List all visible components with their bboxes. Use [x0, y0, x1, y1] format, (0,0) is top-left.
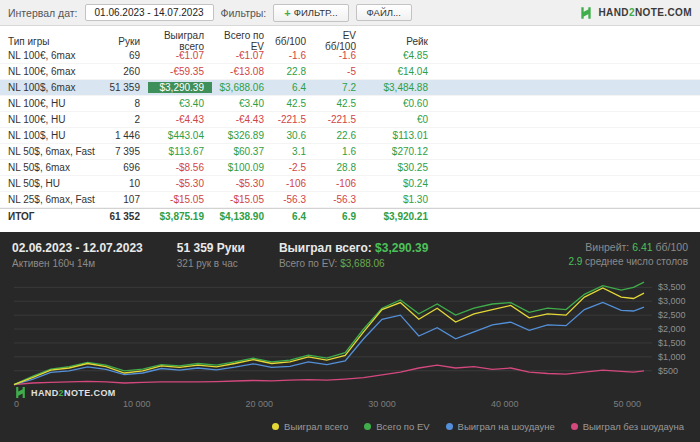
cell-game-type: NL 100€, HU	[8, 114, 104, 125]
cell-won: -€1.07	[148, 50, 212, 61]
x-axis-label: 50 000	[614, 399, 642, 409]
cell-bb100: -1.6	[272, 50, 314, 61]
cell-ev-bb100: -5	[314, 66, 364, 77]
cell-rake: $0.24	[364, 178, 436, 189]
summary-tables-label: среднее число столов	[585, 256, 688, 267]
table-row[interactable]: NL 50$, 6max, Fast7 395$113.67$60.373.11…	[0, 144, 700, 160]
cell-bb100: -56.3	[272, 194, 314, 205]
date-range-picker[interactable]: 01.06.2023 - 14.07.2023	[85, 4, 214, 21]
cell-game-type: NL 100$, HU	[8, 130, 104, 141]
table-row[interactable]: NL 100€, HU8€3.40€3.4042.542.5€0.60	[0, 96, 700, 112]
header-rake[interactable]: Рейк	[364, 36, 436, 47]
header-ev-total[interactable]: Всего по EV	[212, 30, 272, 52]
table-row[interactable]: NL 100€, 6max69-€1.07-€1.07-1.6-1.6€4.85	[0, 48, 700, 64]
legend-item[interactable]: Всего по EV	[364, 421, 429, 432]
legend-dot-icon	[446, 423, 453, 430]
graph-panel: 02.06.2023 - 12.07.2023 Активен 160ч 14м…	[0, 232, 700, 442]
cell-rake: $270.12	[364, 146, 436, 157]
cell-ev: €3.40	[212, 98, 272, 109]
x-axis-label: 0	[14, 399, 19, 409]
cell-bb100: 42.5	[272, 98, 314, 109]
cell-ev-bb100: -1.6	[314, 50, 364, 61]
y-axis-label: $500	[658, 366, 678, 376]
table-total-row[interactable]: ИТОГ61 352$3,875.19$4,138.906.46.9$3,920…	[0, 208, 700, 224]
cell-game-type: NL 100€, 6max	[8, 50, 104, 61]
x-axis-label: 10 000	[123, 399, 151, 409]
legend-label: Всего по EV	[376, 421, 429, 432]
summary-active-time: Активен 160ч 14м	[12, 258, 143, 269]
header-bb100[interactable]: бб/100	[272, 36, 314, 47]
cell-game-type: NL 100$, 6max	[8, 82, 104, 93]
cell-won: -€59.35	[148, 66, 212, 77]
cell-bb100: 30.6	[272, 130, 314, 141]
cell-hands: 7 395	[104, 146, 148, 157]
summary-won-value: $3,290.39	[375, 241, 428, 255]
table-row[interactable]: NL 100$, HU1 446$443.04$326.8930.622.6$1…	[0, 128, 700, 144]
table-header-row: Тип игры Руки Выиграл всего Всего по EV …	[0, 30, 700, 48]
cell-bb100: 3.1	[272, 146, 314, 157]
legend-item[interactable]: Выиграл всего	[272, 421, 348, 432]
cell-won: -$15.05	[148, 194, 212, 205]
summary-winrate-label: Винрейт:	[585, 241, 629, 253]
cell-rake: €14.04	[364, 66, 436, 77]
table-row[interactable]: NL 100€, HU2-€4.43-€4.43-221.5-221.5€0	[0, 112, 700, 128]
legend-dot-icon	[571, 423, 578, 430]
cell-won: -$8.56	[148, 162, 212, 173]
cell-hands: 107	[104, 194, 148, 205]
cell-ev: $60.37	[212, 146, 272, 157]
chart-brand-logo: HAND2NOTE.COM	[14, 386, 116, 399]
table-row[interactable]: NL 50$, 6max696-$8.56$100.09-2.528.8$30.…	[0, 160, 700, 176]
x-axis-label: 20 000	[246, 399, 274, 409]
summary-won-label: Выиграл всего:	[279, 241, 372, 255]
cell-won: -€4.43	[148, 114, 212, 125]
add-filter-button[interactable]: + ФИЛЬТР...	[273, 4, 348, 22]
legend-label: Выиграл всего	[284, 421, 348, 432]
cell-hands: 69	[104, 50, 148, 61]
cell-hands: 696	[104, 162, 148, 173]
cell-game-type: NL 100€, 6max	[8, 66, 104, 77]
summary-ev-row: Всего по EV: $3,688.06	[279, 258, 429, 269]
cell-bb100: 6.4	[272, 82, 314, 93]
cell-rake: $3,920.21	[364, 211, 436, 222]
summary-won-row: Выиграл всего: $3,290.39	[279, 241, 429, 255]
cell-ev: -$15.05	[212, 194, 272, 205]
cell-rake: €4.85	[364, 50, 436, 61]
x-axis-label: 40 000	[491, 399, 519, 409]
summary-hands-per-hour: 321 рук в час	[177, 258, 245, 269]
legend-item[interactable]: Выиграл без шоудауна	[571, 421, 684, 432]
cell-won: $113.67	[148, 146, 212, 157]
legend-item[interactable]: Выиграл на шоудауне	[446, 421, 555, 432]
cell-ev: $326.89	[212, 130, 272, 141]
hand2note-logo-icon	[14, 386, 27, 399]
cell-bb100: -106	[272, 178, 314, 189]
summary-winrate-value: 6.41	[632, 241, 652, 253]
summary-ev-label: Всего по EV:	[279, 258, 338, 269]
cell-bb100: 22.8	[272, 66, 314, 77]
table-row[interactable]: NL 100€, 6max260-€59.35-€13.0822.8-5€14.…	[0, 64, 700, 80]
file-button-label: ФАЙЛ...	[367, 7, 401, 18]
table-row[interactable]: NL 100$, 6max51 359$3,290.39$3,688.066.4…	[0, 80, 700, 96]
cell-game-type: NL 100€, HU	[8, 98, 104, 109]
header-won-total[interactable]: Выиграл всего	[148, 30, 212, 52]
table-row[interactable]: NL 25$, 6max, Fast107-$15.05-$15.05-56.3…	[0, 192, 700, 208]
header-game-type[interactable]: Тип игры	[8, 36, 104, 47]
header-ev-bb100[interactable]: EV бб/100	[314, 30, 364, 52]
legend-label: Выиграл без шоудауна	[583, 421, 684, 432]
summary-period-value: 02.06.2023 - 12.07.2023	[12, 241, 143, 255]
header-hands[interactable]: Руки	[104, 36, 148, 47]
summary-winrate-row: Винрейт: 6.41 бб/100	[568, 241, 688, 253]
date-interval-label: Интервал дат:	[8, 7, 78, 19]
y-axis-label: $2,500	[658, 310, 686, 320]
game-stats-table: Тип игры Руки Выиграл всего Всего по EV …	[0, 26, 700, 224]
cell-rake: $1.30	[364, 194, 436, 205]
summary-hands-value: 51 359 Руки	[177, 241, 245, 255]
cell-ev-bb100: 6.9	[314, 211, 364, 222]
summary-winrate-unit: бб/100	[656, 241, 688, 253]
series-Всего по EV	[14, 282, 644, 385]
cell-bb100: -221.5	[272, 114, 314, 125]
y-axis-label: $1,000	[658, 352, 686, 362]
file-button[interactable]: ФАЙЛ...	[356, 4, 412, 21]
summary-hands: 51 359 Руки 321 рук в час	[177, 241, 245, 269]
table-row[interactable]: NL 50$, HU10-$5.30-$5.30-106-106$0.24	[0, 176, 700, 192]
chart-legend: Выиграл всегоВсего по EVВыиграл на шоуда…	[0, 415, 700, 435]
